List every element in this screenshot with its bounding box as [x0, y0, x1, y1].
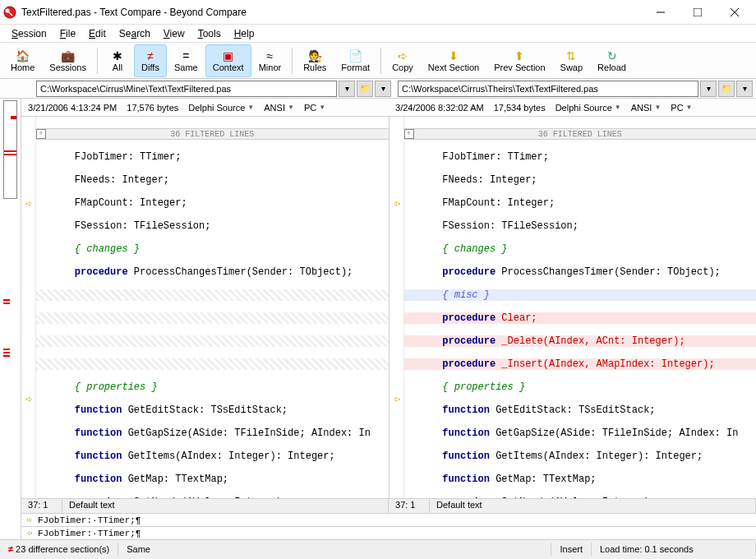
- status-load-time: Load time: 0.1 seconds: [592, 543, 756, 556]
- titlebar: TextFiltered.pas - Text Compare - Beyond…: [0, 0, 756, 25]
- toolbar: 🏠Home 💼Sessions ✱All ≠Diffs =Same ▣Conte…: [0, 43, 756, 79]
- menu-file[interactable]: File: [53, 26, 82, 41]
- status-insert: Insert: [551, 543, 592, 556]
- diffs-button[interactable]: ≠Diffs: [134, 44, 167, 77]
- left-code-pane[interactable]: ➪ ➪ +36 FILTERED LINES FJobTimer: TTimer…: [21, 117, 390, 498]
- right-date: 3/24/2006 8:32:02 AM: [395, 103, 484, 113]
- left-code-text[interactable]: +36 FILTERED LINES FJobTimer: TTimer; FN…: [36, 117, 389, 498]
- menu-session[interactable]: Session: [5, 26, 53, 41]
- left-cursor-pos: 37: 1: [21, 499, 62, 513]
- format-icon: 📄: [349, 49, 362, 62]
- right-encoding-dropdown[interactable]: ANSI▼: [631, 103, 662, 113]
- rules-button[interactable]: 🧑‍⚖️Rules: [296, 44, 334, 77]
- filter-line[interactable]: +36 FILTERED LINES: [404, 128, 756, 140]
- separator: [292, 48, 293, 74]
- menu-tools[interactable]: Tools: [191, 26, 228, 41]
- right-cursor-pos: 37: 1: [389, 499, 430, 513]
- asterisk-icon: ✱: [111, 49, 124, 62]
- not-equal-icon: ≠: [144, 49, 157, 62]
- equal-icon: =: [179, 49, 192, 62]
- separator: [97, 48, 98, 74]
- right-code-pane[interactable]: ➪ ➪ +36 FILTERED LINES FJobTimer: TTimer…: [390, 117, 756, 498]
- diff-arrow-icon: ➪: [390, 197, 403, 209]
- left-path-dropdown[interactable]: ▾: [339, 81, 355, 97]
- menubar: Session File Edit Search View Tools Help: [0, 25, 756, 43]
- svg-rect-3: [694, 8, 702, 16]
- menu-search[interactable]: Search: [113, 26, 157, 41]
- right-browse-menu[interactable]: ▾: [736, 81, 753, 97]
- diff-arrow-icon: ➪: [21, 197, 35, 209]
- thumbnail-overview[interactable]: [0, 99, 21, 539]
- left-gutter: ➪ ➪: [21, 117, 36, 498]
- separator: [380, 48, 381, 74]
- right-source-dropdown[interactable]: Delphi Source▼: [555, 103, 621, 113]
- line-preview-top: ➪ FJobTimer:·TTimer;¶: [21, 513, 756, 526]
- context-icon: ▣: [222, 49, 235, 62]
- left-date: 3/21/2006 4:13:24 PM: [28, 103, 117, 113]
- sessions-button[interactable]: 💼Sessions: [42, 44, 94, 77]
- right-code-text[interactable]: +36 FILTERED LINES FJobTimer: TTimer; FN…: [404, 117, 756, 498]
- arrow-right-icon: ➪: [396, 49, 409, 62]
- swap-button[interactable]: ⇅Swap: [553, 44, 591, 77]
- arrow-down-icon: ⬇: [447, 49, 460, 62]
- menu-help[interactable]: Help: [228, 26, 261, 41]
- right-lineend-dropdown[interactable]: PC▼: [671, 103, 692, 113]
- not-equal-icon: ≠: [8, 544, 13, 554]
- arrow-up-icon: ⬆: [513, 49, 526, 62]
- pane-status: 37: 1 Default text 37: 1 Default text: [21, 498, 756, 513]
- maximize-button[interactable]: [679, 0, 716, 25]
- pathbar: ▾ 📁 ▾ ▾ 📁 ▾: [0, 79, 756, 99]
- app-icon: [3, 6, 16, 19]
- reload-button[interactable]: ↻Reload: [590, 44, 634, 77]
- right-path-dropdown[interactable]: ▾: [700, 81, 717, 97]
- right-bytes: 17,534 bytes: [494, 103, 546, 113]
- briefcase-icon: 💼: [62, 49, 75, 62]
- svg-point-1: [6, 8, 10, 12]
- expand-icon[interactable]: +: [36, 129, 46, 139]
- right-browse-button[interactable]: 📁: [718, 81, 735, 97]
- menu-view[interactable]: View: [157, 26, 191, 41]
- window-title: TextFiltered.pas - Text Compare - Beyond…: [21, 7, 642, 18]
- left-source-dropdown[interactable]: Delphi Source▼: [188, 103, 254, 113]
- left-browse-button[interactable]: 📁: [357, 81, 373, 97]
- next-section-button[interactable]: ⬇Next Section: [421, 44, 486, 77]
- line-preview-bottom: ➪ FJobTimer:·TTimer;¶: [21, 526, 756, 539]
- diff-arrow-icon: ➪: [390, 393, 403, 404]
- right-path-input[interactable]: [398, 81, 698, 97]
- close-button[interactable]: [716, 0, 753, 25]
- swap-icon: ⇅: [565, 49, 578, 62]
- same-button[interactable]: =Same: [167, 44, 205, 77]
- home-icon: 🏠: [16, 49, 30, 62]
- preview-arrow-icon: ➪: [21, 528, 38, 538]
- minimize-button[interactable]: [642, 0, 679, 25]
- left-browse-menu[interactable]: ▾: [375, 81, 391, 97]
- right-text-type: Default text: [430, 499, 756, 513]
- left-encoding-dropdown[interactable]: ANSI▼: [264, 103, 294, 113]
- status-same: Same: [118, 543, 551, 556]
- approx-icon: ≈: [263, 49, 276, 62]
- home-button[interactable]: 🏠Home: [3, 44, 42, 77]
- preview-arrow-icon: ➪: [21, 515, 38, 525]
- prev-section-button[interactable]: ⬆Prev Section: [486, 44, 552, 77]
- expand-icon[interactable]: +: [404, 129, 414, 139]
- all-button[interactable]: ✱All: [101, 44, 134, 77]
- copy-button[interactable]: ➪Copy: [385, 44, 421, 77]
- left-bytes: 17,576 bytes: [127, 103, 178, 113]
- left-path-input[interactable]: [36, 81, 337, 97]
- menu-edit[interactable]: Edit: [82, 26, 113, 41]
- status-diffs: ≠ 23 difference section(s): [0, 543, 118, 556]
- context-button[interactable]: ▣Context: [205, 44, 251, 77]
- left-lineend-dropdown[interactable]: PC▼: [304, 103, 325, 113]
- diff-arrow-icon: ➪: [21, 393, 35, 404]
- format-button[interactable]: 📄Format: [334, 44, 377, 77]
- reload-icon: ↻: [606, 49, 619, 62]
- filter-line[interactable]: +36 FILTERED LINES: [36, 128, 389, 140]
- right-gutter: ➪ ➪: [390, 117, 404, 498]
- infobar: 3/21/2006 4:13:24 PM 17,576 bytes Delphi…: [21, 99, 756, 117]
- referee-icon: 🧑‍⚖️: [308, 49, 321, 62]
- minor-button[interactable]: ≈Minor: [251, 44, 289, 77]
- statusbar: ≠ 23 difference section(s) Same Insert L…: [0, 539, 756, 557]
- left-text-type: Default text: [62, 499, 389, 513]
